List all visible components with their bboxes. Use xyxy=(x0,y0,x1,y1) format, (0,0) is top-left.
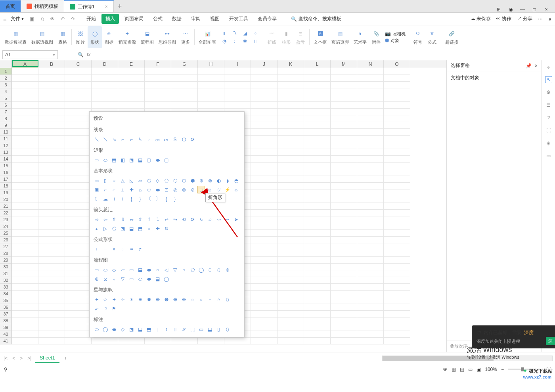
cell[interactable] xyxy=(278,291,304,297)
cell[interactable] xyxy=(331,291,357,297)
cell[interactable] xyxy=(357,122,384,129)
cell[interactable] xyxy=(357,284,384,291)
cell[interactable] xyxy=(65,163,92,169)
row-header[interactable]: 38 xyxy=(0,317,12,324)
shape-item[interactable]: ⟯ xyxy=(119,195,126,203)
cell[interactable] xyxy=(304,88,331,95)
cell[interactable] xyxy=(384,291,410,297)
cell[interactable] xyxy=(278,317,304,324)
status-customize-icon[interactable]: ⚲ xyxy=(4,367,8,372)
shape-item[interactable]: ⫼ xyxy=(171,325,179,333)
cell[interactable] xyxy=(384,169,410,176)
cell[interactable] xyxy=(278,284,304,291)
row-header[interactable]: 14 xyxy=(0,156,12,163)
cell[interactable] xyxy=(38,176,65,183)
tab-home[interactable]: 首页 xyxy=(0,0,21,12)
cell[interactable] xyxy=(12,163,38,169)
shape-item[interactable]: ⇦ xyxy=(101,216,109,223)
cell[interactable] xyxy=(251,75,278,82)
cell[interactable] xyxy=(331,304,357,311)
cell[interactable] xyxy=(12,95,38,102)
cell[interactable] xyxy=(331,210,357,216)
row-header[interactable]: 20 xyxy=(0,196,12,203)
cell[interactable] xyxy=(171,68,198,75)
shape-item[interactable]: ⇩ xyxy=(119,216,126,223)
row-header[interactable]: 22 xyxy=(0,210,12,216)
mtab-view[interactable]: 视图 xyxy=(206,14,224,24)
cell[interactable] xyxy=(304,169,331,176)
cell[interactable] xyxy=(278,311,304,317)
cell[interactable] xyxy=(224,68,251,75)
col-header-K[interactable]: K xyxy=(278,60,304,68)
shape-item[interactable]: ⬠ xyxy=(163,177,170,184)
zoom-level[interactable]: 100% xyxy=(485,367,497,372)
cell[interactable] xyxy=(304,216,331,223)
cell[interactable] xyxy=(12,203,38,210)
cell[interactable] xyxy=(304,304,331,311)
cell[interactable] xyxy=(12,183,38,189)
shape-item[interactable]: ⤾ xyxy=(206,216,214,223)
row-header[interactable]: 31 xyxy=(0,270,12,277)
shape-item[interactable]: ◓ xyxy=(232,177,240,184)
stock-chart-icon[interactable]: ⫾ xyxy=(230,38,239,45)
cell[interactable] xyxy=(171,102,198,109)
cell[interactable] xyxy=(278,136,304,142)
shape-item[interactable]: ⌐ xyxy=(128,136,135,143)
col-header-O[interactable]: O xyxy=(384,60,410,68)
shape-item[interactable]: ⬯ xyxy=(224,296,231,303)
file-menu[interactable]: 文件 ▾ xyxy=(11,15,24,22)
cell[interactable] xyxy=(12,136,38,142)
cell[interactable] xyxy=(38,163,65,169)
shape-item[interactable]: ⌂ xyxy=(206,296,214,303)
cell[interactable] xyxy=(12,142,38,149)
cell[interactable] xyxy=(65,109,92,115)
col-header-I[interactable]: I xyxy=(224,60,251,68)
cell[interactable] xyxy=(251,156,278,163)
rb-mindmap[interactable]: ⊶思维导图 xyxy=(156,26,178,48)
zoom-icon[interactable]: 🔍 xyxy=(78,52,84,57)
cell[interactable] xyxy=(331,284,357,291)
cell[interactable] xyxy=(65,311,92,317)
cell[interactable] xyxy=(357,95,384,102)
cell[interactable] xyxy=(357,216,384,223)
cell[interactable] xyxy=(278,156,304,163)
cell[interactable] xyxy=(65,88,92,95)
cell[interactable] xyxy=(38,68,65,75)
close-icon[interactable]: × xyxy=(105,4,108,10)
cell[interactable] xyxy=(12,149,38,156)
cell[interactable] xyxy=(38,338,65,344)
shape-item[interactable]: ◐ xyxy=(215,177,222,184)
scatter-chart-icon[interactable]: ⁘ xyxy=(251,30,260,37)
cell[interactable] xyxy=(331,129,357,136)
cell[interactable] xyxy=(357,142,384,149)
cell[interactable] xyxy=(251,264,278,270)
col-header-J[interactable]: J xyxy=(251,60,278,68)
rb-sparkwin[interactable]: ⊟盈亏 xyxy=(293,26,308,48)
shape-item[interactable]: ◗ xyxy=(224,177,231,184)
shape-item[interactable]: ⟲ xyxy=(180,216,188,223)
shape-item[interactable]: ᔕ xyxy=(154,136,161,143)
rail-screenshot-icon[interactable]: ⛶ xyxy=(545,127,552,134)
shape-item[interactable]: ▯ xyxy=(101,177,109,184)
cell[interactable] xyxy=(304,291,331,297)
shape-item[interactable]: ↩ xyxy=(163,216,170,223)
shape-item[interactable]: ⇧ xyxy=(110,216,118,223)
shape-item[interactable]: ❋ xyxy=(171,296,179,303)
cell[interactable] xyxy=(65,317,92,324)
shape-item[interactable]: ⬭ xyxy=(136,275,144,283)
cell[interactable] xyxy=(384,324,410,331)
cell[interactable] xyxy=(304,109,331,115)
cell[interactable] xyxy=(384,88,410,95)
toast-action-button[interactable]: 深 xyxy=(546,337,555,345)
cell[interactable] xyxy=(65,136,92,142)
cell[interactable] xyxy=(65,331,92,338)
cell[interactable] xyxy=(331,317,357,324)
mtab-vip[interactable]: 会员专享 xyxy=(254,14,281,24)
shape-item[interactable]: ⊕ xyxy=(197,177,205,184)
cell[interactable] xyxy=(384,75,410,82)
cell[interactable] xyxy=(304,203,331,210)
cell[interactable] xyxy=(145,75,171,82)
cell[interactable] xyxy=(251,304,278,311)
shape-item[interactable]: ÷ xyxy=(119,245,126,253)
shape-item[interactable]: ↪ xyxy=(171,216,179,223)
